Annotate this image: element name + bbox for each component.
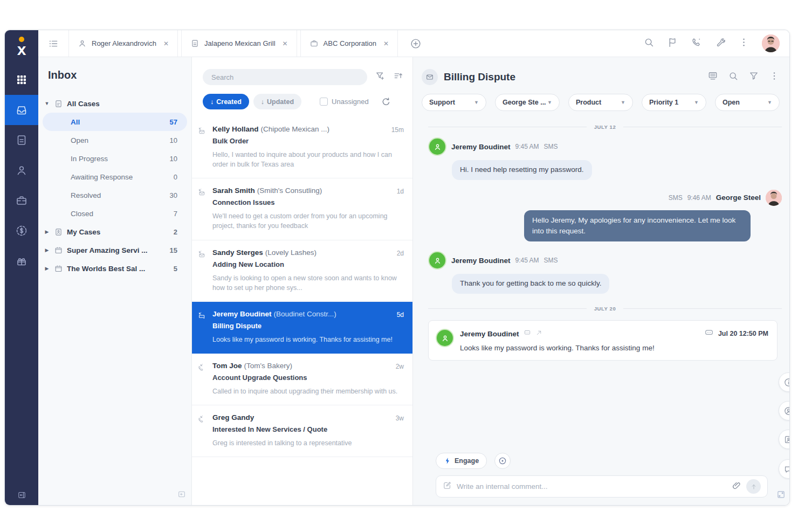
inbox-filter-in-progress[interactable]: In Progress 10 — [43, 149, 187, 168]
team-dropdown[interactable]: Support▼ — [422, 94, 486, 111]
expand-view-icon[interactable] — [776, 490, 786, 501]
message-author: Jeremy Boudinet — [451, 143, 511, 151]
case-item-sarah-smith[interactable]: Sarah Smith (Smith's Consutling) 1d Conn… — [192, 178, 412, 240]
rail-companies-icon[interactable] — [5, 185, 38, 216]
tab-abc-corporation[interactable]: ABC Corporation ✕ — [300, 30, 398, 57]
group-label: The Worlds Best Sal ... — [67, 265, 170, 273]
group-count: 15 — [170, 246, 177, 254]
inbox-filter-resolved[interactable]: Resolved 30 — [43, 186, 187, 204]
rail-apps-grid-icon[interactable] — [5, 65, 38, 95]
inbox-filter-all[interactable]: All 57 — [43, 113, 187, 131]
case-preview: Called in to inquire about upgrading the… — [212, 386, 404, 396]
case-item-greg-gandy[interactable]: Greg Gandy 3w Interested In New Services… — [192, 405, 412, 457]
unassigned-filter[interactable]: Unassigned — [320, 98, 369, 106]
message-bubble: Hi. I need help resetting my password. — [452, 160, 592, 180]
search-icon[interactable] — [643, 37, 655, 50]
close-icon[interactable]: ✕ — [283, 40, 288, 47]
compose-icon — [443, 481, 452, 492]
user-avatar[interactable] — [762, 34, 780, 52]
filter-add-icon[interactable] — [375, 71, 386, 84]
chevron-right-icon[interactable]: ▶ — [44, 247, 50, 253]
topic-dropdown[interactable]: Product▼ — [568, 94, 633, 111]
case-item-sandy-sterges[interactable]: Sandy Sterges (Lovely Lashes) 2d Adding … — [192, 240, 412, 302]
case-company: (Lovely Lashes) — [265, 248, 317, 257]
dropdown-value: Product — [576, 99, 621, 106]
filter-count: 7 — [174, 210, 177, 218]
chevron-down-icon[interactable]: ▼ — [44, 101, 50, 106]
inbox-filter-closed[interactable]: Closed 7 — [43, 204, 187, 223]
attachment-paperclip-icon[interactable] — [732, 481, 741, 493]
rail-contacts-icon[interactable] — [5, 155, 38, 185]
customer-avatar — [428, 137, 446, 156]
chevron-right-icon[interactable]: ▶ — [44, 266, 50, 271]
search-icon[interactable] — [728, 71, 739, 84]
unassigned-label: Unassigned — [332, 98, 369, 106]
priority-dropdown[interactable]: Priority 1▼ — [642, 94, 706, 111]
case-item-jeremy-boudinet[interactable]: Jeremy Boudinet (Boudinet Constr...) 5d … — [192, 302, 412, 354]
refresh-icon[interactable] — [381, 96, 391, 107]
case-preview: We'll need to get a custom order from yo… — [212, 211, 404, 231]
engage-button[interactable]: Engage — [436, 453, 487, 469]
inbox-filter-open[interactable]: Open 10 — [43, 131, 187, 149]
rail-deals-icon[interactable] — [5, 216, 38, 246]
case-type-envelope-icon — [422, 69, 438, 85]
case-company: (Tom's Bakery) — [244, 362, 293, 370]
filter-label: Closed — [71, 210, 174, 218]
group-all-cases[interactable]: ▼ All Cases — [38, 94, 191, 113]
app-window: x — [4, 30, 790, 506]
close-icon[interactable]: ✕ — [163, 40, 169, 47]
case-search-input[interactable] — [203, 69, 367, 85]
case-subject: Billing Dispute — [212, 322, 404, 330]
note-time: Jul 20 12:50 PM — [718, 330, 768, 337]
case-preview: Hello, I wanted to inquire about your pr… — [212, 150, 404, 169]
customer-avatar — [428, 251, 446, 270]
tab-jalapeno-mexican-grill[interactable]: Jalapeno Mexican Grill ✕ — [181, 30, 297, 57]
unassigned-checkbox[interactable] — [320, 98, 328, 106]
filter-funnel-icon[interactable] — [748, 71, 759, 84]
add-action-icon[interactable] — [494, 453, 511, 469]
tab-roger-alexandrovich[interactable]: Roger Alexandrovich ✕ — [68, 30, 178, 57]
inbox-filter-awaiting-response[interactable]: Awaiting Response 0 — [43, 168, 187, 186]
assignee-dropdown[interactable]: George Ste ...▼ — [495, 94, 560, 111]
sort-created-button[interactable]: ↓Created — [203, 94, 249, 109]
case-subject: Connection Issues — [212, 198, 404, 206]
group-the-worlds-best-sales[interactable]: ▶ The Worlds Best Sal ... 5 — [38, 259, 191, 278]
collapse-rail-icon[interactable] — [5, 490, 38, 500]
group-my-cases[interactable]: ▶ My Cases 2 — [38, 223, 191, 241]
more-kebab-icon[interactable] — [769, 71, 780, 84]
logo-dot-icon — [19, 37, 24, 42]
sort-updated-button[interactable]: ↓Updated — [253, 94, 301, 109]
layout-panel-icon[interactable] — [707, 71, 718, 84]
case-item-tom-joe[interactable]: Tom Joe (Tom's Bakery) 2w Account Upgrad… — [192, 354, 412, 405]
message-author: George Steel — [716, 194, 761, 202]
collapse-inbox-panel-icon[interactable] — [177, 490, 186, 501]
add-tab-icon[interactable] — [410, 30, 422, 57]
flag-icon[interactable] — [667, 37, 678, 50]
rail-rewards-icon[interactable] — [5, 246, 38, 276]
task-list-icon[interactable] — [38, 30, 68, 57]
message-channel: SMS — [544, 143, 558, 150]
status-dropdown[interactable]: Open▼ — [715, 94, 780, 111]
case-time: 15m — [391, 126, 404, 134]
group-super-amazing-service[interactable]: ▶ Super Amazing Servi ... 15 — [38, 241, 191, 259]
message-time: 9:46 AM — [687, 194, 711, 202]
chevron-right-icon[interactable]: ▶ — [44, 229, 50, 234]
sort-icon[interactable] — [393, 71, 404, 84]
more-kebab-icon[interactable] — [738, 37, 749, 50]
rail-inbox-icon[interactable] — [5, 95, 38, 125]
send-comment-icon[interactable] — [746, 479, 761, 494]
close-icon[interactable]: ✕ — [383, 40, 389, 47]
chevron-down-icon: ▼ — [621, 100, 625, 105]
wrench-icon[interactable] — [714, 37, 726, 50]
date-divider-label: JULY 20 — [594, 306, 616, 312]
dropdown-value: Support — [429, 99, 474, 106]
agent-avatar — [766, 190, 782, 206]
internal-comment-input[interactable] — [457, 482, 727, 490]
updated-label: Updated — [267, 98, 294, 106]
phone-icon[interactable] — [691, 37, 702, 50]
rail-cases-icon[interactable] — [5, 125, 38, 155]
case-name: Tom Joe — [212, 362, 242, 370]
date-divider-label: JULY 12 — [594, 124, 616, 130]
note-author: Jeremy Boudinet — [460, 330, 519, 338]
case-item-kelly-holland[interactable]: Kelly Holland (Chipotle Mexican ...) 15m… — [192, 117, 412, 178]
